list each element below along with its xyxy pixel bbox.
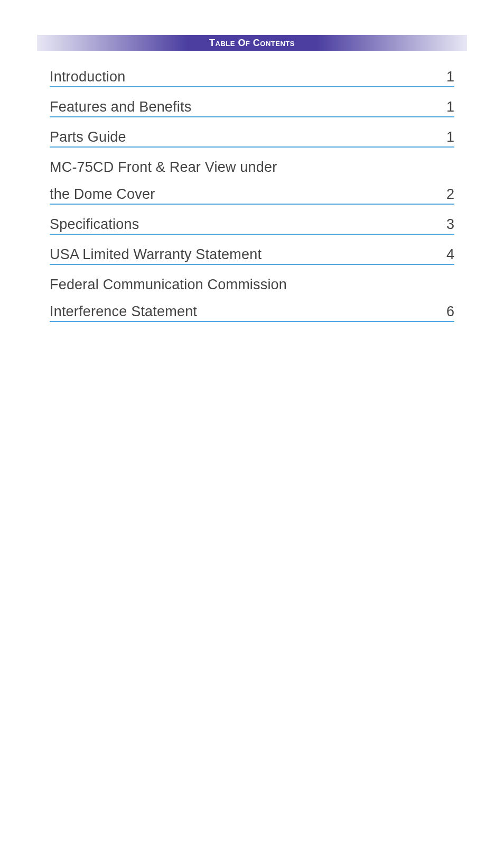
toc-row: USA Limited Warranty Statement 4 [50,246,454,265]
toc-row: Parts Guide 1 [50,129,454,148]
toc-entry-title-line2: the Dome Cover [50,186,155,203]
toc-entry-multiline: Federal Communication Commission Interfe… [50,277,454,322]
toc-entry-page: 1 [438,99,454,115]
toc-entry-multiline: MC-75CD Front & Rear View under the Dome… [50,159,454,205]
toc-row-line2: the Dome Cover 2 [50,186,454,205]
toc-entry-title: Parts Guide [50,129,126,145]
toc-entry-page: 2 [438,186,454,203]
toc-row-line1: Federal Communication Commission [50,277,454,294]
toc-entry-page: 4 [438,246,454,263]
toc-entry-title: USA Limited Warranty Statement [50,246,262,263]
toc-entry-title: Features and Benefits [50,99,191,115]
toc-entry-title-line1: Federal Communication Commission [50,277,287,293]
toc-entry-title-line1: MC-75CD Front & Rear View under [50,159,277,176]
toc-entry-page: 1 [438,69,454,85]
toc-entry: Specifications 3 [50,216,454,235]
toc-entry-page: 1 [438,129,454,145]
toc-entry-title-line2: Interference Statement [50,304,197,320]
toc-entry-title: Specifications [50,216,139,233]
toc-row: Introduction 1 [50,69,454,87]
toc-entry-page: 6 [438,304,454,320]
toc-entry-title: Introduction [50,69,126,85]
toc-row-line2: Interference Statement 6 [50,304,454,322]
toc-list: Introduction 1 Features and Benefits 1 P… [37,69,467,322]
document-page: Table Of Contents Introduction 1 Feature… [0,0,504,322]
toc-row-line1: MC-75CD Front & Rear View under [50,159,454,177]
toc-entry: USA Limited Warranty Statement 4 [50,246,454,265]
toc-entry-page: 3 [438,216,454,233]
toc-header-bar: Table Of Contents [37,35,467,51]
toc-header-title: Table Of Contents [209,38,295,49]
toc-row: Features and Benefits 1 [50,99,454,117]
toc-entry: Introduction 1 [50,69,454,87]
toc-entry: Parts Guide 1 [50,129,454,148]
toc-row: Specifications 3 [50,216,454,235]
toc-entry: Features and Benefits 1 [50,99,454,117]
